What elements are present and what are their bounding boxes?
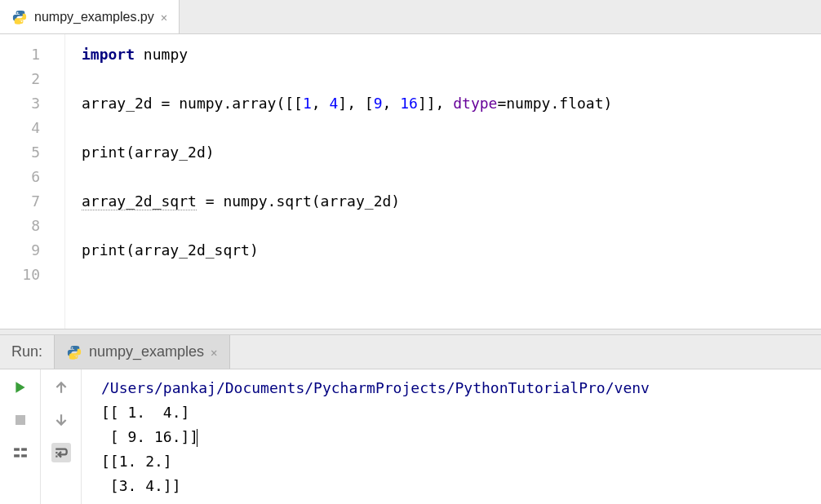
run-nav-gutter xyxy=(41,369,82,504)
line-number: 7 xyxy=(0,189,64,214)
run-panel: /Users/pankaj/Documents/PycharmProjects/… xyxy=(0,369,821,504)
console-output[interactable]: /Users/pankaj/Documents/PycharmProjects/… xyxy=(82,369,821,504)
line-number: 9 xyxy=(0,238,64,263)
line-number-gutter: 1 2 3 4 5 6 7 8 9 10 xyxy=(0,34,65,329)
soft-wrap-icon[interactable] xyxy=(51,443,71,462)
svg-rect-1 xyxy=(14,448,20,450)
interpreter-path: /Users/pankaj/Documents/PycharmProjects/… xyxy=(101,379,650,396)
line-number: 1 xyxy=(0,42,64,67)
panel-divider[interactable] xyxy=(0,329,821,335)
line-number: 8 xyxy=(0,214,64,238)
line-number: 6 xyxy=(0,165,64,189)
close-tab-icon[interactable]: ✕ xyxy=(161,11,167,24)
code-editor[interactable]: 1 2 3 4 5 6 7 8 9 10 import numpy array_… xyxy=(0,34,821,329)
arrow-up-icon[interactable] xyxy=(51,378,71,397)
line-number: 3 xyxy=(0,91,64,116)
layout-icon[interactable] xyxy=(11,443,30,462)
python-run-icon xyxy=(66,344,82,360)
line-number: 4 xyxy=(0,116,64,140)
svg-rect-2 xyxy=(21,448,27,450)
svg-rect-3 xyxy=(14,454,20,457)
line-number: 2 xyxy=(0,67,64,91)
svg-rect-0 xyxy=(16,415,25,425)
run-config-label: numpy_examples xyxy=(89,343,204,360)
code-area[interactable]: import numpy array_2d = numpy.array([[1,… xyxy=(65,34,612,329)
svg-rect-4 xyxy=(21,454,27,457)
line-number: 10 xyxy=(0,263,64,287)
line-number: 5 xyxy=(0,140,64,165)
stop-icon[interactable] xyxy=(11,410,30,430)
editor-tab-label: numpy_examples.py xyxy=(34,10,154,24)
run-panel-title: Run: xyxy=(0,343,54,360)
editor-tab[interactable]: numpy_examples.py ✕ xyxy=(0,0,180,33)
python-file-icon xyxy=(11,9,28,25)
run-config-tab[interactable]: numpy_examples ✕ xyxy=(54,335,230,369)
run-panel-header: Run: numpy_examples ✕ xyxy=(0,335,821,369)
arrow-down-icon[interactable] xyxy=(51,410,71,430)
editor-tab-bar: numpy_examples.py ✕ xyxy=(0,0,821,34)
text-cursor xyxy=(197,429,197,447)
rerun-icon[interactable] xyxy=(11,378,30,397)
close-run-tab-icon[interactable]: ✕ xyxy=(211,346,217,359)
run-action-gutter xyxy=(0,369,41,504)
